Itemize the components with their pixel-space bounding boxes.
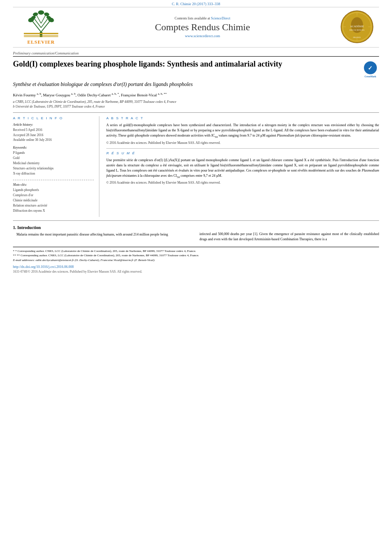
svg-line-4 (41, 19, 48, 28)
article-info-heading: A R T I C L E I N F O (13, 116, 94, 120)
keywords-label: Keywords: (13, 146, 94, 150)
svg-point-11 (32, 12, 38, 16)
mot-cle-1: Ligands phosphorés (13, 188, 94, 193)
footnote-email: E-mail addresses: odile.dechycabaret@ens… (13, 258, 379, 263)
elsevier-tree-icon (22, 10, 61, 38)
abstract-copyright: © 2016 Académie des sciences. Published … (106, 141, 379, 145)
footnotes-section: * * Corresponding author. CNRS, LCC (Lab… (13, 247, 379, 263)
resume-text: Une première série de complexes d'or(I) … (106, 158, 379, 179)
page-copyright: 1631-0748/© 2016 Académie des sciences. … (13, 270, 379, 274)
journal-reference: C. R. Chimie 20 (2017) 333–338 (0, 0, 392, 7)
svg-line-1 (32, 21, 41, 32)
doi-link[interactable]: http://dx.doi.org/10.1016/j.crci.2016.06… (13, 265, 379, 269)
resume-copyright: © 2016 Académie des sciences. Published … (106, 181, 379, 185)
journal-center: Contents lists available at ScienceDirec… (65, 16, 340, 38)
article-info-col: A R T I C L E I N F O Article history: R… (13, 116, 99, 217)
footnote-star1: * * Corresponding author. CNRS, LCC (Lab… (13, 249, 379, 254)
available-date: Available online 30 July 2016 (13, 137, 94, 142)
svg-rect-16 (24, 36, 58, 37)
svg-line-2 (41, 21, 50, 32)
svg-text:✓: ✓ (368, 65, 373, 71)
svg-rect-14 (24, 33, 58, 34)
divider-2 (13, 220, 379, 221)
journal-name: Comptes Rendus Chimie (65, 22, 340, 33)
intro-right-col: infected and 500,000 deaths per year [1]… (200, 225, 379, 242)
journal-url: www.sciencedirect.com (65, 34, 340, 38)
svg-line-3 (35, 19, 41, 28)
mot-cle-5: Diffraction des rayons X (13, 208, 94, 213)
journal-header: ELSEVIER Contents lists available at Sci… (13, 7, 379, 48)
article-title-block: Gold(I) complexes bearing phosphole liga… (13, 59, 379, 78)
svg-point-13 (38, 10, 44, 15)
mots-cles-label: Mots-clés: (13, 183, 94, 187)
authors-line: Kévin Fourmy a, b, Maryse Gouygou a, b, … (13, 92, 379, 99)
mot-cle-4: Relation structure–activité (13, 203, 94, 208)
svg-point-12 (44, 12, 49, 16)
keyword-2: Gold (13, 156, 94, 161)
keyword-5: X-ray diffraction (13, 171, 94, 176)
elsevier-label: ELSEVIER (27, 39, 55, 45)
academy-badge-icon: ACADÉMIE DES SCIENCES FRANCE (340, 10, 374, 44)
crossmark-icon: ✓ (363, 61, 377, 75)
affiliation-a: a CNRS, LCC (Laboratoire de Chimie de Co… (13, 100, 379, 105)
footnote-star2: ** ** Corresponding author. CNRS, LCC (L… (13, 253, 379, 258)
mots-cles-section: Mots-clés: Ligands phosphorés Complexes … (13, 180, 94, 213)
svg-text:ACADÉMIE: ACADÉMIE (350, 25, 364, 28)
abstract-col: A B S T R A C T A series of gold(I)-mono… (106, 116, 379, 217)
main-content: Preliminary communication/Communication … (0, 48, 392, 274)
keyword-3: Medicinal chemistry (13, 161, 94, 166)
intro-two-col: 1. Introduction Malaria remains the most… (13, 225, 379, 242)
article-title-fr: Synthèse et évaluation biologique de com… (13, 81, 379, 88)
crossmark-label: CrossMark (365, 75, 376, 78)
abstract-heading: A B S T R A C T (106, 116, 379, 120)
keyword-4: Structure–activity relationships (13, 166, 94, 171)
received-date: Received 5 April 2016 (13, 127, 94, 132)
svg-line-6 (41, 16, 45, 23)
mots-cles-list: Ligands phosphorés Complexes d'or Chimie… (13, 188, 94, 213)
svg-text:FRANCE: FRANCE (353, 36, 361, 38)
keywords-list: P ligands Gold Medicinal chemistry Struc… (13, 150, 94, 176)
affiliation-b: b Université de Toulouse, UPS, INPT, 310… (13, 105, 379, 109)
intro-right-text: infected and 500,000 deaths per year [1]… (200, 232, 379, 242)
intro-left-text: Malaria remains the most important paras… (13, 232, 193, 237)
introduction-section: 1. Introduction Malaria remains the most… (13, 225, 379, 242)
svg-text:DES SCIENCES: DES SCIENCES (350, 29, 365, 31)
resume-heading: R É S U M É (106, 151, 379, 155)
abstract-text: A series of gold(I)-monophosphole comple… (106, 123, 379, 139)
affiliations: a CNRS, LCC (Laboratoire de Chimie de Co… (13, 100, 379, 109)
divider-1 (13, 112, 379, 113)
accepted-date: Accepted 28 June 2016 (13, 133, 94, 137)
resume-section: R É S U M É Une première série de comple… (106, 148, 379, 185)
intro-left-col: 1. Introduction Malaria remains the most… (13, 225, 193, 242)
sciencedirect-link[interactable]: ScienceDirect (211, 16, 230, 20)
elsevier-logo: ELSEVIER (17, 10, 65, 45)
journal-badge: ACADÉMIE DES SCIENCES FRANCE (340, 10, 375, 45)
svg-rect-15 (24, 35, 58, 36)
mot-cle-3: Chimie médicinale (13, 198, 94, 203)
section-label: Preliminary communication/Communication (13, 51, 379, 57)
science-direct-line: Contents lists available at ScienceDirec… (65, 16, 340, 20)
article-dates: Received 5 April 2016 Accepted 28 June 2… (13, 127, 94, 142)
svg-line-5 (37, 16, 41, 23)
intro-heading: 1. Introduction (13, 225, 193, 230)
history-label: Article history: (13, 123, 94, 127)
mot-cle-2: Complexes d'or (13, 193, 94, 198)
crossmark-badge[interactable]: ✓ CrossMark (362, 61, 379, 78)
article-title-en: Gold(I) complexes bearing phosphole liga… (13, 59, 362, 69)
keyword-1: P ligands (13, 150, 94, 156)
info-abstract-section: A R T I C L E I N F O Article history: R… (13, 116, 379, 217)
